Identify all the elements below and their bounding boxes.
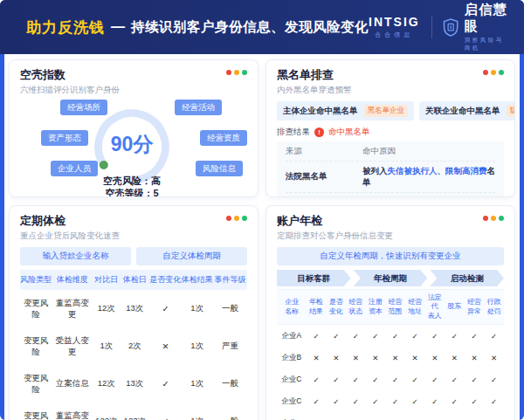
cross-icon: ✕: [326, 347, 346, 368]
orange-dot-icon: [491, 216, 496, 221]
check-icon: ✓: [445, 390, 465, 412]
cross-icon: ✕: [366, 347, 386, 368]
blacklist-tab-label: 关联企业命中黑名单: [425, 106, 500, 117]
level-cell: 严重: [213, 327, 247, 365]
column-header: 体检维度: [52, 270, 93, 290]
title-dash: —: [111, 19, 125, 35]
column-header: 法定代 表人: [424, 290, 445, 325]
title-highlight: 助力反洗钱: [26, 17, 105, 38]
check-icon: ✓: [484, 368, 504, 390]
risk-type-cell: 变更风险: [20, 365, 52, 403]
check-icon: ✓: [346, 368, 366, 390]
qixin-logo-text: 启信慧眼: [465, 2, 508, 35]
brand-logos: INTSIG 合合信息 启信慧眼 洞察风险与商机: [369, 2, 508, 52]
reason-link[interactable]: 失信被执行人、限制高消费: [388, 166, 487, 176]
shield-icon: [443, 16, 458, 39]
qixin-logo-text-block: 启信慧眼 洞察风险与商机: [465, 2, 508, 52]
checkup-cycle-button[interactable]: 自定义体检周期: [136, 247, 247, 265]
after-cell: 13次: [120, 365, 149, 403]
alert-icon: !: [314, 127, 324, 137]
cross-icon: ✕: [307, 412, 327, 420]
app-frame: 助力反洗钱 — 持续识别客户身份信息、发现风险变化 INTSIG 合合信息 启信…: [0, 0, 524, 420]
after-cell: 2次: [120, 327, 149, 365]
check-icon: ✓: [405, 325, 425, 348]
dashboard-grid: 空壳指数 六维扫描评分识别客户身份 90分 空壳风险：高 空壳等级：5 经营场所…: [4, 54, 520, 420]
intsig-logo-subtext: 合合信息: [369, 31, 420, 39]
checkup-table-body: 变更风险董监高变更12次13次✓1次一般变更风险受益人变更1次2次✕1次严重变更…: [20, 290, 247, 420]
cross-icon: ✕: [424, 347, 445, 368]
gauge-marker-dot: [100, 161, 108, 169]
panel-title: 定期体检: [20, 213, 247, 229]
cross-icon: ✕: [484, 412, 504, 420]
table-row: 变更风险董监高变更12次13次✓1次一般: [20, 290, 247, 327]
dimension-pill: 经营活动: [175, 100, 222, 115]
column-header: 事件等级: [213, 270, 247, 290]
blacklist-tab[interactable]: 关联企业命中黑名单疑似黑名单企业: [419, 101, 515, 120]
check-icon: ✓: [424, 325, 445, 348]
cross-icon: ✕: [465, 412, 485, 420]
dimension-cell: 董监高变更: [52, 403, 93, 420]
result-cell: 1次: [182, 327, 213, 365]
cross-icon: ✕: [445, 412, 465, 420]
check-icon: ✓: [366, 325, 386, 348]
check-icon: ✓: [465, 325, 485, 348]
title-rest: 持续识别客户身份信息、发现风险变化: [131, 18, 369, 37]
table-header-row: 来源命中原因: [286, 141, 495, 162]
red-dot-icon: [226, 216, 231, 221]
traffic-dots: [483, 70, 504, 75]
column-header: 是否变化: [149, 270, 181, 290]
cross-icon: ✕: [385, 347, 405, 368]
traffic-dots: [226, 216, 247, 221]
check-icon: ✓: [149, 365, 181, 403]
check-icon: ✓: [307, 368, 327, 390]
check-icon: ✓: [307, 390, 327, 412]
table-row: 企业B✕✕✕✕✕✕✕✕✕✕: [277, 347, 504, 368]
cross-icon: ✕: [307, 347, 327, 368]
panel-title: 账户年检: [277, 213, 504, 229]
before-cell: 122次: [93, 403, 120, 420]
checkup-controls: 输入贷款企业名称 自定义体检周期: [20, 247, 247, 265]
check-icon: ✓: [307, 325, 327, 348]
reason-cell: 被列入失信被执行人、限制高消费名单: [362, 166, 495, 189]
table-row: 变更风险立案信息12次13次✓1次一般: [20, 365, 247, 403]
company-name-input[interactable]: 输入贷款企业名称: [20, 247, 131, 265]
table-header-row: 风险类型体检维度对比日体检日是否变化体检结果事件等级: [20, 270, 247, 290]
dimension-pill: 企业人员: [51, 161, 98, 176]
qixin-logo: 启信慧眼 洞察风险与商机: [443, 2, 508, 52]
check-icon: ✓: [405, 368, 425, 390]
company-name-cell: 企业C: [277, 390, 307, 412]
red-dot-icon: [483, 216, 488, 221]
check-icon: ✓: [366, 368, 386, 390]
annual-cycle-banner[interactable]: 自定义年检周期，快速识别有变更企业: [277, 247, 504, 265]
check-icon: ✓: [484, 390, 504, 412]
step-1: 目标客群: [277, 270, 351, 286]
panel-blacklist: 黑名单排查 内外黑名单穿透预警 主体企业命中黑名单黑名单企业关联企业命中黑名单疑…: [265, 59, 515, 197]
check-icon: ✓: [405, 390, 425, 412]
company-name-cell: 企业C: [277, 368, 307, 390]
dimension-pill: 风险信息: [196, 161, 243, 176]
column-header: 经营 状态: [346, 290, 366, 325]
column-header: 经营 范围: [385, 290, 405, 325]
table-row: 企业C✓✓✓✓✓✓✓✓✓✓: [277, 368, 504, 390]
reason-text: 被列入: [362, 166, 388, 176]
blacklist-tab[interactable]: 主体企业命中黑名单黑名单企业: [277, 101, 414, 120]
table-row: 企业A✓✓✓✓✓✓✓✓✓✓: [277, 325, 504, 348]
column-header: 体检结果: [182, 270, 213, 290]
check-icon: ✓: [445, 368, 465, 390]
cross-icon: ✕: [445, 347, 465, 368]
dimension-pill: 经营场所: [60, 100, 107, 115]
column-header: 经营 地址: [405, 290, 425, 325]
shell-score: 90分: [79, 131, 184, 158]
annual-steps: 目标客群年检周期启动检测: [277, 270, 504, 286]
cross-icon: ✕: [346, 347, 366, 368]
check-icon: ✓: [465, 368, 485, 390]
panel-periodic-checkup: 定期体检 重点企业贷后风险变化速查 输入贷款企业名称 自定义体检周期 风险类型体…: [9, 205, 259, 420]
panel-subtitle: 重点企业贷后风险变化速查: [20, 231, 247, 242]
orange-dot-icon: [234, 216, 239, 221]
check-icon: ✓: [385, 368, 405, 390]
dimension-pill: 经营资质: [200, 130, 247, 146]
annual-table: 企业 名称年检 结果是否 变化经营 状态注册 资本经营 范围经营 地址法定代 表…: [277, 289, 504, 420]
red-dot-icon: [483, 70, 488, 75]
company-name-cell: 企业A: [277, 325, 307, 348]
check-icon: ✓: [484, 325, 504, 348]
